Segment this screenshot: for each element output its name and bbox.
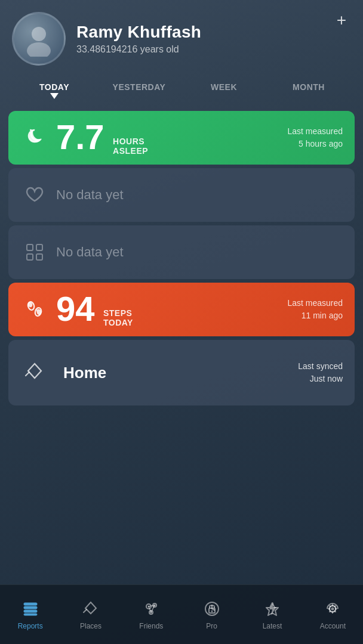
nav-account[interactable]: Account	[303, 595, 363, 635]
user-info: Ramy Khuffash 33.486194216 years old	[76, 23, 351, 55]
svg-point-23	[211, 610, 213, 612]
nav-account-label: Account	[320, 622, 346, 630]
nav-pro-label: Pro	[206, 622, 217, 630]
steps-labels: STEPS TODAY	[103, 308, 133, 327]
bottom-nav: Reports Places	[0, 584, 363, 644]
latest-icon	[263, 599, 282, 618]
moon-icon	[20, 123, 49, 152]
sleep-data: 7.7 HOURS ASLEEP	[56, 120, 282, 156]
svg-rect-4	[27, 254, 33, 260]
location-label: Home	[63, 364, 106, 382]
svg-rect-11	[24, 614, 37, 615]
svg-point-26	[331, 607, 334, 610]
location-timestamp: Last synced Just now	[298, 360, 343, 385]
sleep-labels: HOURS ASLEEP	[113, 137, 148, 156]
tab-yesterday[interactable]: YESTERDAY	[97, 78, 182, 104]
user-age: 33.486194216 years old	[76, 44, 351, 55]
steps-value: 94	[56, 289, 95, 328]
steps-data: 94 STEPS TODAY	[56, 292, 282, 328]
svg-point-1	[27, 42, 51, 57]
header: Ramy Khuffash 33.486194216 years old +	[0, 0, 363, 72]
tab-active-indicator	[14, 93, 94, 99]
plus-icon: +	[337, 12, 346, 29]
svg-rect-9	[24, 606, 37, 609]
nav-latest-label: Latest	[263, 622, 282, 630]
time-tabs: TODAY YESTERDAY WEEK MONTH	[0, 72, 363, 104]
steps-icon	[20, 295, 49, 324]
tab-week[interactable]: WEEK	[182, 78, 266, 104]
activity-data: No data yet	[56, 244, 343, 260]
location-card[interactable]: Home Last synced Just now	[8, 340, 355, 405]
heart-card[interactable]: No data yet	[8, 168, 355, 222]
reports-icon	[21, 599, 40, 618]
nav-places[interactable]: Places	[60, 595, 121, 635]
activity-card[interactable]: No data yet	[8, 225, 355, 279]
nav-reports[interactable]: Reports	[0, 595, 60, 635]
pro-icon	[202, 599, 222, 618]
avatar-figure	[14, 14, 64, 64]
tab-today[interactable]: TODAY	[12, 78, 97, 104]
sleep-card[interactable]: 7.7 HOURS ASLEEP Last measured 5 hours a…	[8, 111, 355, 165]
nav-latest[interactable]: Latest	[242, 595, 302, 635]
heart-icon	[20, 181, 49, 209]
nav-pro[interactable]: Pro	[182, 595, 242, 635]
user-name: Ramy Khuffash	[76, 23, 351, 42]
location-icon	[20, 358, 49, 387]
tab-month[interactable]: MONTH	[266, 78, 351, 104]
svg-rect-10	[24, 610, 37, 612]
steps-timestamp: Last measured 11 min ago	[287, 297, 343, 322]
account-icon	[323, 599, 342, 618]
heart-data: No data yet	[56, 187, 343, 203]
svg-rect-5	[36, 254, 42, 260]
sleep-value: 7.7	[56, 117, 104, 156]
svg-rect-3	[36, 244, 42, 250]
nav-places-label: Places	[80, 622, 101, 630]
svg-point-0	[32, 27, 46, 41]
app-container: Ramy Khuffash 33.486194216 years old + T…	[0, 0, 363, 644]
avatar	[12, 12, 66, 66]
places-icon	[81, 599, 100, 618]
grid-icon	[20, 238, 49, 267]
svg-rect-2	[27, 244, 33, 250]
sleep-timestamp: Last measured 5 hours ago	[287, 125, 343, 150]
arrow-down-icon	[50, 93, 59, 99]
add-button[interactable]: +	[332, 11, 351, 30]
nav-reports-label: Reports	[18, 622, 43, 630]
nav-friends[interactable]: Friends	[121, 595, 182, 635]
cards-container: 7.7 HOURS ASLEEP Last measured 5 hours a…	[0, 104, 363, 584]
location-data: Home	[56, 364, 298, 382]
friends-icon	[141, 599, 161, 618]
nav-friends-label: Friends	[139, 622, 163, 630]
steps-card[interactable]: 94 STEPS TODAY Last measured 11 min ago	[8, 283, 355, 336]
svg-rect-8	[24, 603, 37, 605]
